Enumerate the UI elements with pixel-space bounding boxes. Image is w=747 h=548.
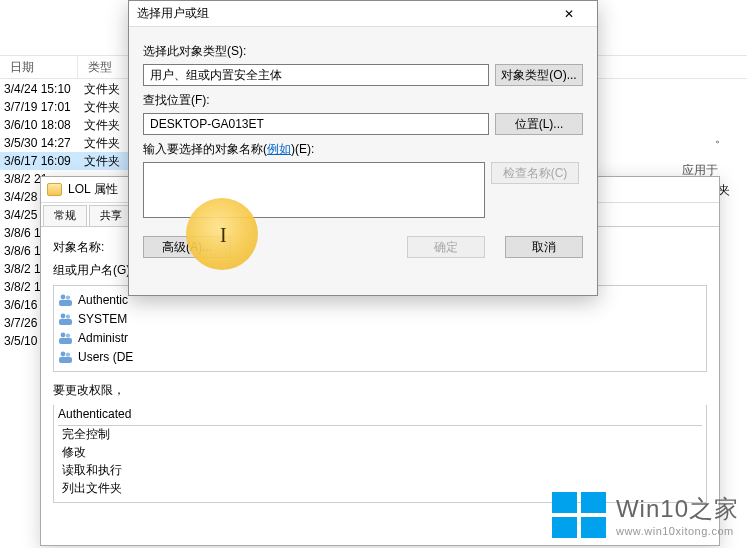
table-row[interactable]: 3/5/30 14:27文件夹 bbox=[0, 134, 140, 152]
svg-point-0 bbox=[61, 295, 66, 300]
svg-point-6 bbox=[61, 333, 66, 338]
select-users-title-text: 选择用户或组 bbox=[137, 5, 209, 22]
principal-item[interactable]: Administr bbox=[58, 329, 702, 347]
group-icon bbox=[58, 331, 74, 345]
select-users-titlebar[interactable]: 选择用户或组 ✕ bbox=[129, 1, 597, 27]
locations-button[interactable]: 位置(L)... bbox=[495, 113, 583, 135]
watermark: Win10之家 www.win10xitong.com bbox=[552, 492, 739, 538]
object-names-label: 输入要选择的对象名称(例如)(E): bbox=[143, 141, 583, 158]
group-icon bbox=[58, 293, 74, 307]
group-icon bbox=[58, 312, 74, 326]
svg-point-1 bbox=[66, 295, 70, 299]
properties-title-text: LOL 属性 bbox=[68, 181, 118, 198]
col-type[interactable]: 类型 bbox=[78, 56, 130, 78]
group-icon bbox=[58, 350, 74, 364]
tab-share[interactable]: 共享 bbox=[89, 205, 132, 226]
windows-logo-icon bbox=[552, 492, 606, 538]
table-row[interactable]: 3/4/24 15:10文件夹 bbox=[0, 80, 140, 98]
object-type-label: 选择此对象类型(S): bbox=[143, 43, 583, 60]
svg-point-9 bbox=[61, 352, 66, 357]
cursor-highlight bbox=[186, 198, 258, 270]
table-row[interactable]: 3/7/19 17:01文件夹 bbox=[0, 98, 140, 116]
trailing-period: 。 bbox=[715, 130, 727, 147]
svg-point-3 bbox=[61, 314, 66, 319]
permission-row: 完全控制 bbox=[58, 426, 702, 444]
location-label: 查找位置(F): bbox=[143, 92, 583, 109]
cancel-button[interactable]: 取消 bbox=[505, 236, 583, 258]
principal-item[interactable]: Users (DE bbox=[58, 348, 702, 366]
svg-rect-8 bbox=[59, 338, 72, 344]
permission-row: 修改 bbox=[58, 444, 702, 462]
table-row[interactable]: 3/6/10 18:08文件夹 bbox=[0, 116, 140, 134]
example-link[interactable]: 例如 bbox=[267, 142, 291, 156]
location-field: DESKTOP-GA013ET bbox=[143, 113, 489, 135]
svg-point-7 bbox=[66, 333, 70, 337]
object-types-button[interactable]: 对象类型(O)... bbox=[495, 64, 583, 86]
col-date[interactable]: 日期 bbox=[0, 56, 78, 78]
principals-list[interactable]: Authentic SYSTEM Administr Users (DE bbox=[53, 285, 707, 372]
table-row[interactable]: 3/6/17 16:09文件夹 bbox=[0, 152, 140, 170]
tab-general[interactable]: 常规 bbox=[43, 205, 87, 226]
svg-rect-2 bbox=[59, 300, 72, 306]
svg-point-10 bbox=[66, 352, 70, 356]
change-permissions-note: 要更改权限， bbox=[53, 382, 707, 399]
principal-item[interactable]: SYSTEM bbox=[58, 310, 702, 328]
close-button[interactable]: ✕ bbox=[549, 3, 589, 25]
permission-row: 读取和执行 bbox=[58, 462, 702, 480]
check-names-button: 检查名称(C) bbox=[491, 162, 579, 184]
svg-rect-5 bbox=[59, 319, 72, 325]
folder-icon bbox=[47, 183, 62, 196]
svg-point-4 bbox=[66, 314, 70, 318]
ok-button: 确定 bbox=[407, 236, 485, 258]
permissions-for-header: Authenticated bbox=[58, 405, 702, 426]
svg-rect-11 bbox=[59, 357, 72, 363]
object-type-field: 用户、组或内置安全主体 bbox=[143, 64, 489, 86]
